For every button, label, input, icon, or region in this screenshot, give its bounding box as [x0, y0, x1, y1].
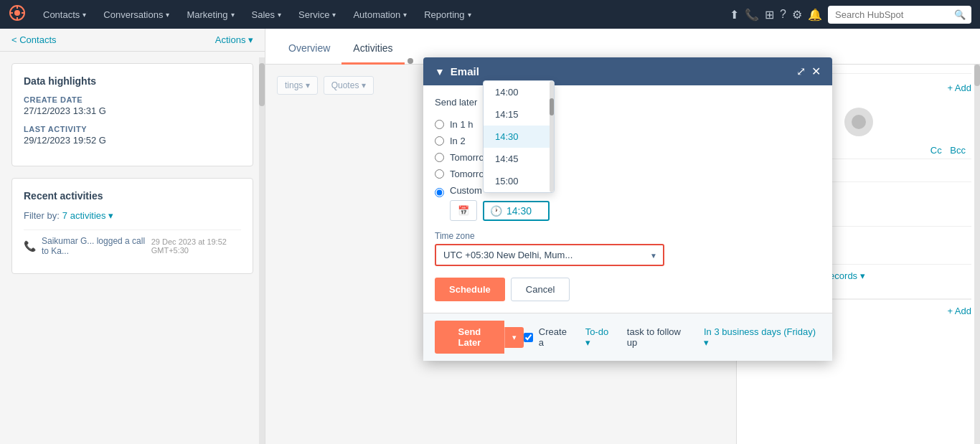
timezone-select[interactable]: UTC +05:30 New Delhi, Mum... UTC +00:00 …: [435, 244, 664, 266]
radio-in2-input[interactable]: [435, 136, 444, 146]
nav-item-reporting[interactable]: Reporting ▾: [415, 0, 479, 29]
tab-overview[interactable]: Overview: [277, 34, 341, 65]
nav-left: Contacts ▾ Conversations ▾ Marketing ▾ S…: [9, 0, 480, 29]
notifications-icon[interactable]: 🔔: [808, 8, 822, 22]
last-activity-value: 29/12/2023 19:52 G: [24, 135, 241, 146]
nav-item-conversations[interactable]: Conversations ▾: [95, 0, 178, 29]
todo-type-link[interactable]: To-do ▾: [585, 326, 616, 348]
time-picker-row: 📅 14:00 14:15 14:30 14:45 15:: [450, 200, 821, 221]
time-input-wrapper: 🕐: [483, 201, 550, 221]
radio-in1-input[interactable]: [435, 120, 444, 129]
modal-actions: Schedule Cancel: [435, 278, 821, 301]
svg-point-1: [14, 10, 20, 16]
main-nav-items: Contacts ▾ Conversations ▾ Marketing ▾ S…: [34, 0, 480, 29]
calendar-icon: 📅: [458, 205, 469, 216]
contacts-back-link[interactable]: < Contacts: [11, 34, 57, 45]
actions-dropdown[interactable]: Actions ▾: [215, 34, 253, 45]
nav-item-automation[interactable]: Automation ▾: [344, 0, 415, 29]
radio-options: In 1 h In 2 Tomorrow m) Tomorrow m): [435, 116, 821, 224]
tab-activities[interactable]: Activities: [341, 34, 404, 65]
tab-scroll-indicator: [407, 58, 413, 64]
dropdown-scrollbar: [550, 81, 554, 192]
help-icon[interactable]: ?: [780, 8, 786, 21]
main-layout: < Contacts Actions ▾ Data highlights CRE…: [0, 29, 980, 444]
clock-icon: 🕐: [490, 205, 502, 217]
send-later-label: Send later: [435, 97, 477, 108]
days-link[interactable]: In 3 business days (Friday) ▾: [704, 326, 821, 348]
custom-option-body: Custom 📅 14:00 14:15: [450, 185, 821, 221]
time-option-1415[interactable]: 14:15: [484, 103, 554, 126]
meeting-btn-settings[interactable]: tings ▾: [277, 76, 318, 95]
date-picker-button[interactable]: 📅: [450, 200, 477, 221]
chevron-down-icon: ▾: [166, 11, 169, 19]
nav-item-service[interactable]: Service ▾: [290, 0, 344, 29]
search-box[interactable]: 🔍: [828, 6, 971, 24]
modal-body: Send later In 1 h In 2 Tomorrow m): [423, 85, 832, 313]
chevron-down-icon: ▾: [403, 11, 407, 19]
time-option-1430[interactable]: 14:30: [484, 126, 554, 148]
modal-collapse-icon[interactable]: ▼: [435, 66, 445, 77]
activities-filter-link[interactable]: 7 activities ▾: [62, 210, 113, 221]
nav-item-contacts[interactable]: Contacts ▾: [34, 0, 95, 29]
cc-link[interactable]: Cc: [930, 145, 942, 156]
radio-tom2-input[interactable]: [435, 169, 444, 179]
upload-icon[interactable]: ⬆: [730, 8, 739, 22]
todo-checkbox[interactable]: [524, 333, 533, 342]
radio-custom-input[interactable]: [435, 188, 444, 197]
create-date-label: CREATE DATE: [24, 95, 241, 104]
marketplace-icon[interactable]: ⊞: [765, 8, 774, 22]
sidebar-header: < Contacts Actions ▾: [0, 29, 265, 52]
call-icon: 📞: [24, 240, 36, 252]
data-highlights-section: Data highlights CREATE DATE 27/12/2023 1…: [11, 63, 253, 166]
time-input[interactable]: [507, 205, 542, 217]
create-date-field: CREATE DATE 27/12/2023 13:31 G: [24, 95, 241, 116]
radio-in2-label: In 2: [450, 136, 466, 146]
activity-date: 29 Dec 2023 at 19:52 GMT+5:30: [151, 237, 241, 255]
dropdown-scrollbar-thumb: [550, 98, 554, 115]
time-option-1500[interactable]: 15:00: [484, 170, 554, 192]
svg-point-6: [852, 115, 866, 129]
nav-item-sales[interactable]: Sales ▾: [243, 0, 291, 29]
modal-footer: Send Later ▾ Create a To-do ▾ task to fo…: [423, 313, 832, 361]
send-later-button[interactable]: Send Later: [435, 321, 504, 354]
modal-header-right: ⤢ ✕: [796, 65, 821, 78]
radio-in1-label: In 1 h: [450, 119, 473, 130]
nav-item-marketing[interactable]: Marketing ▾: [178, 0, 242, 29]
bcc-link[interactable]: Bcc: [950, 145, 966, 156]
days-chevron-icon: ▾: [704, 337, 709, 348]
chevron-down-icon: ▾: [231, 11, 235, 19]
chevron-down-icon: ▾: [468, 11, 471, 19]
radio-tom1-input[interactable]: [435, 153, 444, 162]
companies-avatar: [844, 108, 873, 136]
meeting-btn-quotes[interactable]: Quotes ▾: [324, 76, 374, 95]
center-area: Overview Activities tings ▾ Quotes ▾: [265, 29, 980, 444]
schedule-button[interactable]: Schedule: [435, 278, 505, 301]
time-option-1445[interactable]: 14:45: [484, 148, 554, 170]
filter-by-label: Filter by:: [24, 210, 60, 221]
sidebar: < Contacts Actions ▾ Data highlights CRE…: [0, 29, 265, 444]
time-option-1400[interactable]: 14:00: [484, 81, 554, 103]
radio-custom[interactable]: Custom 📅 14:00 14:15: [435, 182, 821, 224]
data-highlights-title: Data highlights: [24, 75, 241, 87]
recent-activities-title: Recent activities: [24, 190, 241, 202]
settings-icon[interactable]: ⚙: [792, 8, 802, 22]
modal-close-icon[interactable]: ✕: [811, 65, 821, 78]
modal-expand-icon[interactable]: ⤢: [796, 65, 806, 78]
timezone-label: Time zone: [435, 231, 821, 241]
chevron-down-icon: ▾: [83, 11, 86, 19]
contacts-add-link[interactable]: + Add: [947, 306, 971, 316]
sidebar-scrollbar: [259, 57, 265, 444]
search-input[interactable]: [835, 9, 950, 20]
last-activity-field: LAST ACTIVITY 29/12/2023 19:52 G: [24, 125, 241, 146]
right-panel-scrollbar: [974, 65, 980, 444]
activity-text: Saikumar G... logged a call to Ka...: [42, 236, 146, 256]
tab-more-icon: [407, 58, 413, 64]
hubspot-logo-icon: [9, 4, 26, 25]
create-date-value: 27/12/2023 13:31 G: [24, 105, 241, 116]
cancel-button[interactable]: Cancel: [511, 278, 570, 301]
companies-add-link[interactable]: + Add: [947, 82, 971, 93]
phone-icon[interactable]: 📞: [745, 8, 759, 22]
time-dropdown-wrapper: 14:00 14:15 14:30 14:45 15:00: [483, 201, 550, 221]
send-later-dropdown-button[interactable]: ▾: [504, 327, 524, 348]
last-activity-label: LAST ACTIVITY: [24, 125, 241, 133]
